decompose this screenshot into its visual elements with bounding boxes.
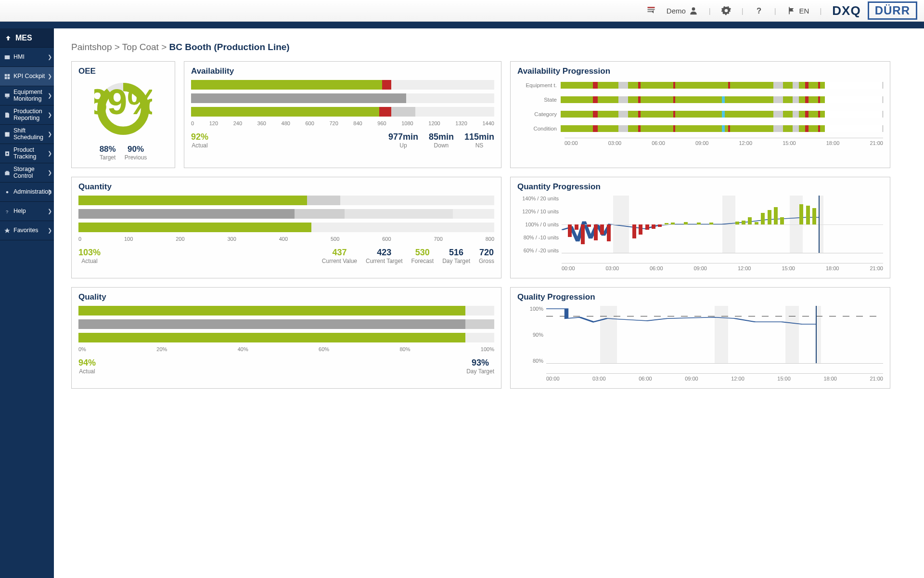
availability-actual: 92% [191,132,208,142]
card-availability: Availability 012024036048060072084096010… [184,61,501,168]
main-content: Paintshop > Top Coat > BC Booth (Product… [54,28,924,578]
oee-gauge: 89% [94,80,152,138]
breadcrumb-a[interactable]: Paintshop [71,42,112,52]
settings-button[interactable] [721,6,731,15]
svg-rect-12 [5,132,9,136]
menu-icon [4,150,11,157]
menu-icon [4,227,11,234]
timeline-lane: Category [517,109,883,119]
language-label: EN [799,7,809,15]
menu-icon [4,92,11,99]
quality-actual: 94% [78,358,96,368]
sidebar-item-hmi[interactable]: HMI❯ [0,48,54,67]
sidebar-item-product-tracking[interactable]: Product Tracking❯ [0,144,54,163]
svg-rect-8 [5,77,7,79]
oee-prev-value: 90% [125,144,147,154]
svg-rect-7 [8,74,10,76]
card-quality: Quality 0%20%40%60%80%100% 94%Actual 93%… [71,287,501,389]
sidebar-item-administration[interactable]: Administration❯ [0,183,54,202]
quality-title: Quality [78,292,494,302]
brand-durr: DÜRR [868,1,917,20]
card-quantity: Quantity 0100200300400500600700800 103%A… [71,177,501,278]
timeline-lane: Equipment t. [517,80,883,91]
help-button[interactable]: ? [754,6,764,15]
svg-text:?: ? [757,6,761,15]
quantity-progression-title: Quantity Progression [517,182,883,192]
card-oee: OEE 89% 88%Target 90%Previous [71,61,175,168]
chevron-right-icon: ❯ [48,189,52,195]
flag-button[interactable]: EN [787,6,809,15]
quality-daytarget: 93% [466,358,494,368]
breadcrumb: Paintshop > Top Coat > BC Booth (Product… [71,42,907,53]
arrow-up-icon [5,35,12,41]
sidebar-item-storage-control[interactable]: Storage Control❯ [0,163,54,183]
menu-icon [4,170,11,176]
availability-title: Availability [191,66,494,76]
availability-ns: 115min [464,132,494,142]
chevron-right-icon: ❯ [48,112,52,118]
menu-icon [4,189,11,196]
svg-rect-10 [5,93,9,97]
flag-icon [787,6,796,15]
sidebar-item-kpi-cockpit[interactable]: KPI Cockpit❯ [0,67,54,86]
sidebar-item-equipment-monitoring[interactable]: Equipment Monitoring❯ [0,86,54,105]
chevron-right-icon: ❯ [48,93,52,99]
chevron-right-icon: ❯ [48,131,52,137]
svg-rect-6 [5,74,7,76]
svg-text:89%: 89% [94,82,152,122]
quality-progression-title: Quality Progression [517,292,883,302]
svg-rect-2 [647,11,652,12]
sidebar-item-shift-scheduling[interactable]: Shift Scheduling❯ [0,125,54,144]
svg-rect-1 [647,9,654,10]
menu-icon [4,73,11,80]
chevron-right-icon: ❯ [48,74,52,79]
chevron-right-icon: ❯ [48,170,52,176]
timeline-lane: Condition [517,123,883,134]
menu-icon [4,112,11,118]
oee-target-value: 88% [100,144,116,154]
menu-icon [4,54,11,61]
svg-point-3 [692,7,695,11]
availability-down: 85min [429,132,454,142]
menu-icon: ? [4,208,11,215]
card-availability-progression: Availability Progression Equipment t.Sta… [510,61,890,168]
demo-user-label[interactable]: Demo [667,6,698,15]
chevron-right-icon: ❯ [48,209,52,214]
svg-point-15 [6,191,9,193]
sidebar-item-production-reporting[interactable]: Production Reporting❯ [0,105,54,125]
topbar: Demo | | ? | EN | DXQ DÜRR [0,0,924,22]
svg-rect-11 [6,97,9,98]
availability-up: 977min [388,132,418,142]
card-quantity-progression: Quantity Progression 140% / 20 units120%… [510,177,890,278]
availability-progression-title: Availability Progression [517,66,883,76]
menu-icon [4,131,11,138]
sidebar-root-mes[interactable]: MES [0,28,54,48]
user-icon [689,6,698,15]
svg-text:?: ? [6,209,8,214]
gear-icon [721,6,731,15]
sidebar-item-favorites[interactable]: Favorites❯ [0,221,54,240]
chevron-right-icon: ❯ [48,151,52,157]
svg-rect-0 [647,7,654,8]
breadcrumb-b[interactable]: Top Coat [122,42,159,52]
oee-title: OEE [78,66,168,76]
svg-point-14 [6,153,8,155]
brand-dxq: DXQ [832,3,860,18]
topbar-accent-strip [0,22,924,28]
chevron-right-icon: ❯ [48,54,52,60]
chevron-right-icon: ❯ [48,228,52,234]
svg-rect-5 [5,55,10,59]
svg-rect-9 [8,77,10,79]
sidebar-item-help[interactable]: ?Help❯ [0,202,54,221]
breadcrumb-current: BC Booth (Production Line) [169,42,290,52]
card-quality-progression: Quality Progression 100%90%80% 00:0003:0… [510,287,890,389]
center-logo-icon [646,5,656,16]
sidebar: MES HMI❯KPI Cockpit❯Equipment Monitoring… [0,28,54,578]
quantity-title: Quantity [78,182,494,192]
quantity-actual: 103% [78,248,101,258]
question-icon: ? [754,6,764,15]
timeline-lane: State [517,94,883,105]
